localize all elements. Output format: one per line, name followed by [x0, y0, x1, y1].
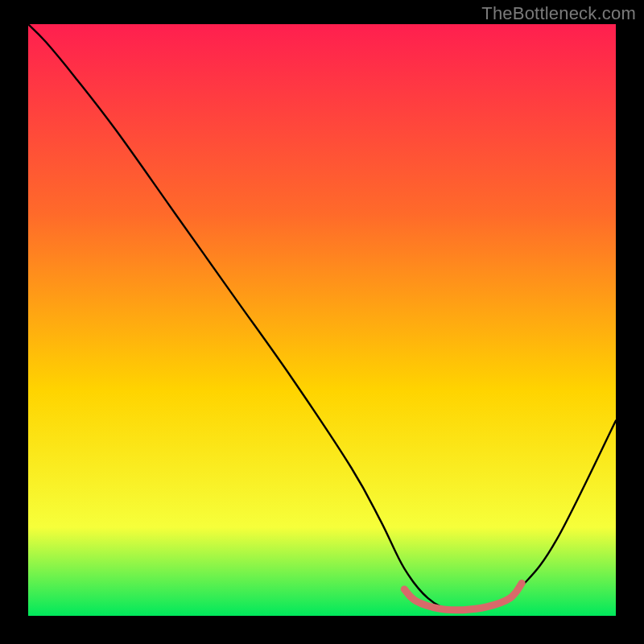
chart-frame: TheBottleneck.com [0, 0, 644, 644]
watermark-label: TheBottleneck.com [481, 3, 636, 24]
gradient-plot-area [28, 24, 616, 616]
bottleneck-chart [0, 0, 644, 644]
